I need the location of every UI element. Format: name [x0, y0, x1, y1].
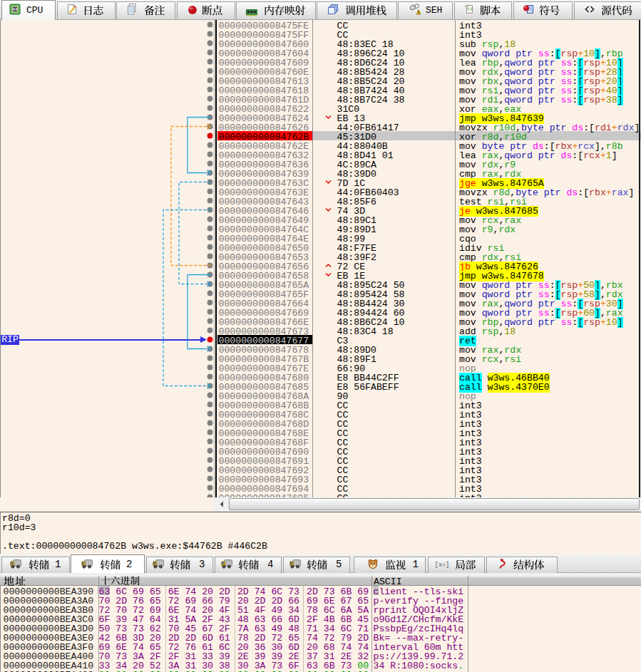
- svg-text:64: 64: [13, 7, 18, 11]
- svg-text:<>: <>: [467, 7, 473, 12]
- svg-text:[x=]: [x=]: [435, 562, 449, 569]
